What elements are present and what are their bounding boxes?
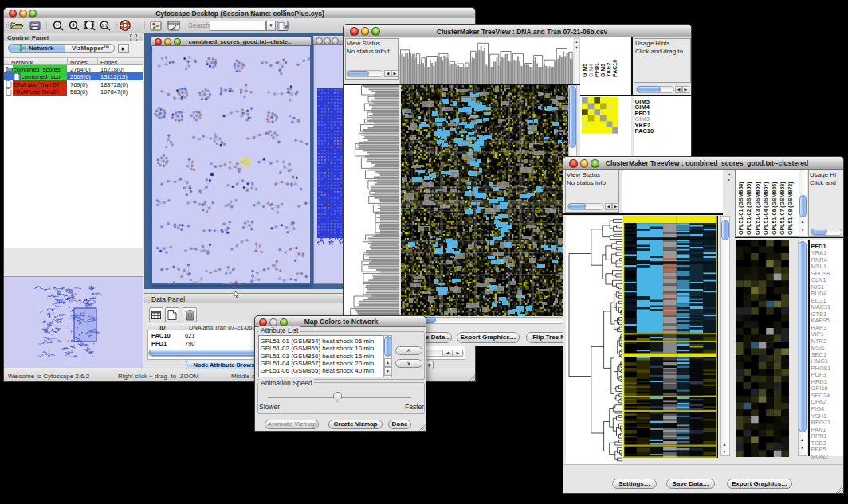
- svg-text:1:1: 1:1: [102, 23, 108, 28]
